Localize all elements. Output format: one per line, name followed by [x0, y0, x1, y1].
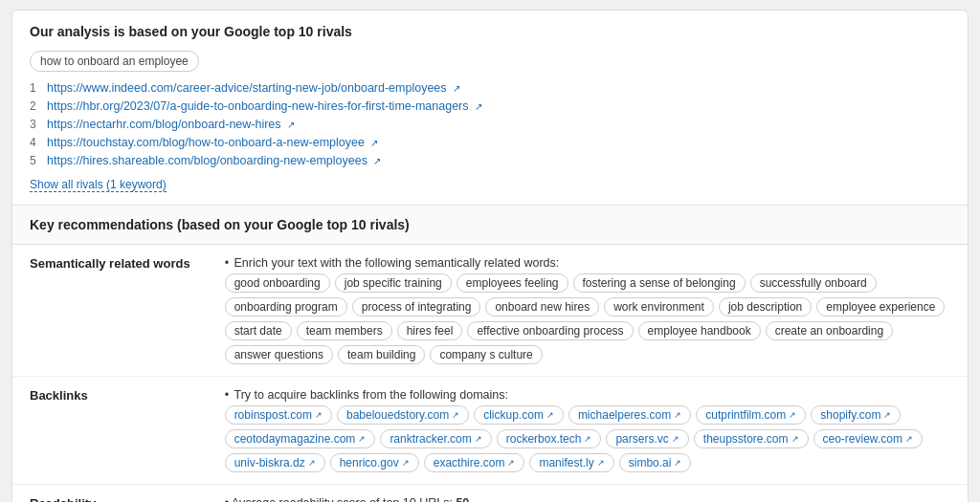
backlink-tag[interactable]: univ-biskra.dz ↗ — [225, 453, 325, 472]
backlink-tag[interactable]: michaelperes.com ↗ — [568, 405, 691, 425]
tags-container: robinspost.com ↗babelouedstory.com ↗clic… — [225, 405, 950, 472]
rival-item: 4 https://touchstay.com/blog/how-to-onbo… — [30, 136, 950, 149]
tag: job description — [719, 297, 812, 316]
rival-number: 5 — [30, 154, 41, 167]
rival-link[interactable]: https://nectarhr.com/blog/onboard-new-hi… — [47, 118, 281, 131]
keyword-tag: how to onboard an employee — [30, 51, 199, 72]
rival-link[interactable]: https://hires.shareable.com/blog/onboard… — [47, 154, 368, 167]
external-link-icon: ↗ — [287, 120, 298, 130]
tag: start date — [225, 321, 292, 340]
tag: team members — [297, 321, 392, 340]
ext-icon: ↗ — [315, 410, 323, 420]
tag: company s culture — [430, 345, 542, 364]
tag: employee handbook — [638, 321, 761, 340]
backlink-tag[interactable]: simbo.ai ↗ — [619, 453, 692, 472]
ext-icon: ↗ — [546, 410, 554, 420]
ext-icon: ↗ — [358, 434, 366, 444]
ext-icon: ↗ — [905, 434, 913, 444]
rival-link[interactable]: https://www.indeed.com/career-advice/sta… — [47, 81, 447, 95]
rival-item: 2 https://hbr.org/2023/07/a-guide-to-onb… — [30, 99, 950, 113]
ext-icon: ↗ — [672, 434, 679, 444]
ext-icon: ↗ — [452, 410, 459, 420]
rival-link[interactable]: https://hbr.org/2023/07/a-guide-to-onboa… — [47, 99, 469, 113]
external-link-icon: ↗ — [475, 101, 485, 112]
backlink-tag[interactable]: ranktracker.com ↗ — [380, 429, 491, 448]
tag: employees feeling — [457, 273, 568, 293]
tag: fostering a sense of belonging — [573, 273, 746, 293]
tag: team building — [338, 345, 425, 364]
rival-number: 1 — [30, 81, 41, 95]
tag: job specific training — [335, 273, 452, 293]
ext-icon: ↗ — [791, 434, 799, 444]
ext-icon: ↗ — [402, 458, 410, 468]
rival-link[interactable]: https://touchstay.com/blog/how-to-onboar… — [47, 136, 365, 149]
ext-icon: ↗ — [308, 458, 316, 468]
bottom-section-title: Key recommendations (based on your Googl… — [12, 206, 968, 245]
backlink-tag[interactable]: clickup.com ↗ — [474, 405, 564, 425]
rival-list: 1 https://www.indeed.com/career-advice/s… — [30, 81, 950, 167]
ext-icon: ↗ — [883, 410, 891, 420]
backlink-tag[interactable]: theupsstore.com ↗ — [694, 429, 809, 448]
bullet-point: • — [225, 256, 233, 270]
backlink-tag[interactable]: rockerbox.tech ↗ — [497, 429, 602, 448]
rival-item: 1 https://www.indeed.com/career-advice/s… — [30, 81, 950, 95]
rec-label: Backlinks — [12, 377, 208, 485]
rival-number: 3 — [30, 118, 41, 131]
tag: answer questions — [225, 345, 333, 364]
rival-item: 3 https://nectarhr.com/blog/onboard-new-… — [30, 118, 950, 131]
backlink-tag[interactable]: cutprintfilm.com ↗ — [696, 405, 806, 425]
backlink-tag[interactable]: robinspost.com ↗ — [225, 405, 332, 425]
ext-icon: ↗ — [597, 458, 605, 468]
tag: employee experience — [816, 297, 945, 316]
tag: effective onboarding process — [467, 321, 633, 340]
tag: onboard new hires — [485, 297, 599, 316]
bottom-section: Key recommendations (based on your Googl… — [12, 206, 968, 502]
tag: successfully onboard — [750, 273, 877, 293]
rec-content: • Enrich your text with the following se… — [208, 245, 968, 377]
intro-text: Enrich your text with the following sema… — [234, 256, 559, 270]
rival-number: 4 — [30, 136, 41, 149]
rec-row: Semantically related words• Enrich your … — [12, 245, 968, 377]
backlink-tag[interactable]: henrico.gov ↗ — [330, 453, 419, 472]
external-link-icon: ↗ — [453, 83, 463, 94]
external-link-icon: ↗ — [370, 138, 381, 148]
backlink-tag[interactable]: shopify.com ↗ — [811, 405, 901, 425]
top-section: Our analysis is based on your Google top… — [12, 11, 968, 206]
backlink-tag[interactable]: parsers.vc ↗ — [606, 429, 688, 448]
rival-item: 5 https://hires.shareable.com/blog/onboa… — [30, 154, 950, 167]
tags-container: good onboardingjob specific trainingempl… — [225, 273, 950, 364]
backlink-tag[interactable]: manifest.ly ↗ — [529, 453, 613, 472]
external-link-icon: ↗ — [373, 156, 384, 166]
rival-number: 2 — [30, 99, 41, 113]
bullet-point: • — [225, 388, 233, 402]
backlink-tag[interactable]: ceo-review.com ↗ — [813, 429, 923, 448]
ext-icon: ↗ — [507, 458, 515, 468]
rec-content: • Average readability score of top 10 UR… — [208, 485, 968, 503]
tag: good onboarding — [225, 273, 330, 293]
backlink-tag[interactable]: ceotodaymagazine.com ↗ — [225, 429, 376, 448]
text-content: • Average readability score of top 10 UR… — [225, 496, 950, 502]
tag: onboarding program — [225, 297, 347, 316]
page-wrapper: Our analysis is based on your Google top… — [11, 10, 969, 502]
ext-icon: ↗ — [584, 434, 591, 444]
tag: process of integrating — [352, 297, 481, 316]
ext-icon: ↗ — [674, 410, 681, 420]
rec-content: • Try to acquire backlinks from the foll… — [208, 377, 968, 485]
rec-label: Semantically related words — [12, 245, 208, 377]
ext-icon: ↗ — [789, 410, 796, 420]
top-section-title: Our analysis is based on your Google top… — [30, 24, 950, 39]
show-all-link[interactable]: Show all rivals (1 keyword) — [30, 178, 167, 192]
rec-row: Readability• Average readability score o… — [12, 485, 968, 503]
tag: hires feel — [397, 321, 463, 340]
backlink-tag[interactable]: babelouedstory.com ↗ — [337, 405, 469, 425]
ext-icon: ↗ — [475, 434, 482, 444]
highlight-value: 50 — [456, 496, 469, 502]
intro-text: Try to acquire backlinks from the follow… — [234, 388, 507, 402]
tag: work environment — [604, 297, 714, 316]
ext-icon: ↗ — [674, 458, 681, 468]
backlink-tag[interactable]: exacthire.com ↗ — [424, 453, 525, 472]
recommendations-table: Semantically related words• Enrich your … — [12, 245, 968, 502]
rec-label: Readability — [12, 485, 208, 503]
tag: create an onboarding — [766, 321, 893, 340]
rec-row: Backlinks• Try to acquire backlinks from… — [12, 377, 968, 485]
